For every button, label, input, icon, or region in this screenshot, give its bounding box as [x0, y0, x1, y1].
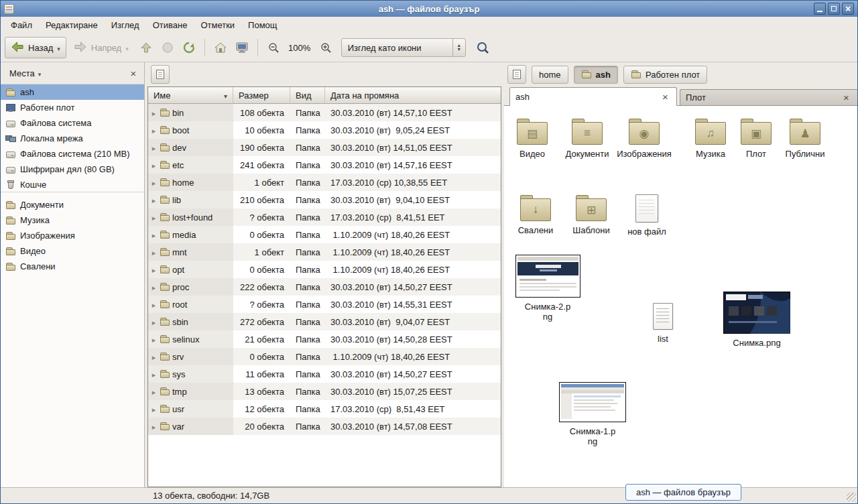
location-toggle-button[interactable] — [151, 65, 170, 84]
icon-item-templates[interactable]: Шаблони — [563, 193, 619, 236]
icon-item-downloads[interactable]: Свалени — [507, 193, 564, 236]
reload-button[interactable] — [179, 38, 199, 58]
sidebar-item[interactable]: Свалени — [1, 259, 144, 274]
computer-button[interactable] — [232, 38, 252, 58]
expander-icon[interactable] — [150, 317, 158, 327]
view-mode-select[interactable]: Изглед като икони — [341, 38, 466, 57]
table-row[interactable]: srv 0 обекта Папка 1.10.2009 (чт) 18,40,… — [148, 348, 501, 365]
sidebar-pane-selector[interactable]: Места — [5, 66, 46, 80]
expander-icon[interactable] — [150, 160, 158, 170]
table-row[interactable]: sbin 272 обекта Папка 30.03.2010 (вт) 9,… — [148, 313, 501, 330]
zoom-in-button[interactable] — [316, 38, 336, 58]
table-row[interactable]: bin 108 обекта Папка 30.03.2010 (вт) 14,… — [148, 104, 501, 121]
column-header-size[interactable]: Размер — [233, 87, 290, 104]
expander-icon[interactable] — [150, 212, 158, 223]
icon-item-snimka2[interactable]: Снимка-2.png — [511, 255, 585, 322]
sidebar-item[interactable]: ash — [1, 84, 144, 100]
forward-button[interactable]: Напред — [68, 37, 135, 58]
expander-icon[interactable] — [150, 404, 158, 414]
titlebar[interactable]: ash — файлов браузър — [1, 1, 857, 17]
icon-item-video[interactable]: Видео — [504, 117, 560, 160]
expander-icon[interactable] — [150, 247, 158, 257]
minimize-button[interactable] — [814, 3, 826, 15]
icon-item-public[interactable]: Публични — [777, 117, 833, 160]
column-header-modified[interactable]: Дата на промяна — [325, 87, 501, 104]
icon-item-images[interactable]: Изображения — [616, 117, 672, 160]
expander-icon[interactable] — [150, 178, 158, 188]
table-row[interactable]: lost+found ? обекта Папка 17.03.2010 (ср… — [148, 208, 501, 226]
table-row[interactable]: sys 11 обекта Папка 30.03.2010 (вт) 14,5… — [148, 365, 501, 383]
sidebar-item[interactable]: Видео — [1, 243, 144, 259]
close-tab-icon[interactable] — [841, 92, 852, 103]
tab-plot[interactable]: Плот — [680, 89, 857, 105]
expander-icon[interactable] — [150, 369, 158, 379]
expander-icon[interactable] — [150, 265, 158, 275]
table-row[interactable]: etc 241 обекта Папка 30.03.2010 (вт) 14,… — [148, 156, 501, 174]
icon-item-new-file[interactable]: нов файл — [619, 193, 675, 237]
table-row[interactable]: dev 190 обекта Папка 30.03.2010 (вт) 14,… — [148, 139, 501, 156]
breadcrumb-ash[interactable]: ash — [574, 66, 618, 84]
resize-grip[interactable] — [847, 493, 856, 502]
expander-icon[interactable] — [150, 108, 158, 118]
location-toggle-button[interactable] — [507, 65, 526, 84]
sidebar-item[interactable]: Документи — [1, 197, 144, 212]
table-row[interactable]: boot 10 обекта Папка 30.03.2010 (вт) 9,0… — [148, 121, 501, 139]
stop-button[interactable] — [158, 38, 178, 58]
table-row[interactable]: lib 210 обекта Папка 30.03.2010 (вт) 9,0… — [148, 191, 501, 208]
sidebar-item[interactable]: Изображения — [1, 228, 144, 243]
icon-item-snimka1[interactable]: Снимка-1.png — [556, 382, 629, 447]
expander-icon[interactable] — [150, 230, 158, 240]
column-header-type[interactable]: Вид — [290, 87, 325, 104]
sidebar-item[interactable]: Музика — [1, 212, 144, 228]
menu-help[interactable]: Помощ — [241, 18, 284, 32]
table-row[interactable]: tmp 13 обекта Папка 30.03.2010 (вт) 15,0… — [148, 383, 501, 400]
up-button[interactable] — [136, 38, 156, 58]
table-row[interactable]: media 0 обекта Папка 1.10.2009 (чт) 18,4… — [148, 226, 501, 243]
home-button[interactable] — [210, 38, 231, 58]
table-row[interactable]: root ? обекта Папка 30.03.2010 (вт) 14,5… — [148, 296, 501, 313]
icon-item-list[interactable]: list — [635, 302, 691, 344]
expander-icon[interactable] — [150, 422, 158, 432]
table-row[interactable]: selinux 21 обекта Папка 30.03.2010 (вт) … — [148, 330, 501, 348]
maximize-button[interactable] — [828, 3, 840, 15]
expander-icon[interactable] — [150, 387, 158, 397]
expander-icon[interactable] — [150, 352, 158, 362]
icon-item-snimka[interactable]: Снимка.png — [720, 292, 794, 349]
table-row[interactable]: var 20 обекта Папка 30.03.2010 (вт) 14,5… — [148, 418, 501, 435]
close-button[interactable] — [842, 3, 854, 15]
sidebar-close-button[interactable] — [127, 66, 140, 80]
expander-icon[interactable] — [150, 334, 158, 344]
sidebar-item[interactable]: Шифриран дял (80 GB) — [1, 162, 144, 177]
expander-icon[interactable] — [150, 125, 158, 135]
breadcrumb-desktop[interactable]: Работен плот — [623, 66, 707, 84]
breadcrumb-home[interactable]: home — [532, 66, 568, 84]
table-row[interactable]: proc 222 обекта Папка 30.03.2010 (вт) 14… — [148, 278, 501, 296]
sidebar-item[interactable]: Работен плот — [1, 100, 144, 115]
menu-bookmarks[interactable]: Отметки — [194, 18, 241, 32]
expander-icon[interactable] — [150, 300, 158, 310]
expander-icon[interactable] — [150, 195, 158, 205]
menu-file[interactable]: Файл — [4, 18, 39, 32]
table-row[interactable]: home 1 обект Папка 17.03.2010 (ср) 10,38… — [148, 174, 501, 191]
table-row[interactable]: mnt 1 обект Папка 1.10.2009 (чт) 18,40,2… — [148, 243, 501, 261]
search-button[interactable] — [473, 38, 493, 58]
zoom-out-button[interactable] — [263, 38, 284, 58]
table-row[interactable]: usr 12 обекта Папка 17.03.2010 (ср) 8,51… — [148, 400, 501, 418]
table-row[interactable]: opt 0 обекта Папка 1.10.2009 (чт) 18,40,… — [148, 261, 501, 278]
spinner-arrows-icon[interactable] — [452, 39, 465, 56]
sidebar-item[interactable]: Кошче — [1, 177, 144, 192]
window-menu-icon[interactable] — [4, 4, 14, 14]
icon-item-desktop[interactable]: Плот — [728, 117, 784, 160]
back-button[interactable]: Назад — [5, 37, 66, 58]
expander-icon[interactable] — [150, 282, 158, 292]
menu-edit[interactable]: Редактиране — [39, 18, 105, 32]
sidebar-item[interactable]: Файлова система — [1, 115, 144, 131]
close-tab-icon[interactable] — [660, 91, 671, 103]
icon-item-documents[interactable]: Документи — [559, 117, 615, 160]
sidebar-item[interactable]: Файлова система (210 MB) — [1, 146, 144, 162]
tab-ash[interactable]: ash — [509, 87, 677, 106]
menu-go[interactable]: Отиване — [146, 18, 194, 32]
menu-view[interactable]: Изглед — [105, 18, 146, 32]
sidebar-item[interactable]: Локална мрежа — [1, 131, 144, 146]
column-header-name[interactable]: Име — [148, 87, 233, 104]
